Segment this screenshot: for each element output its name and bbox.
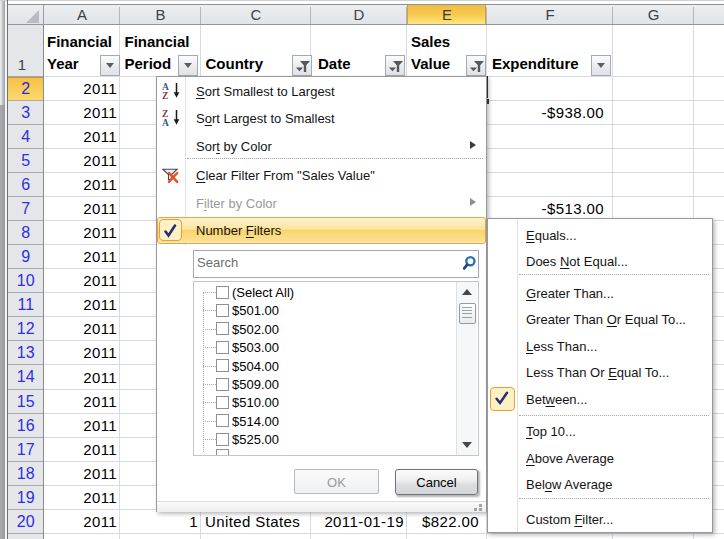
svg-text:Z: Z bbox=[162, 91, 168, 100]
svg-text:A: A bbox=[162, 118, 169, 127]
